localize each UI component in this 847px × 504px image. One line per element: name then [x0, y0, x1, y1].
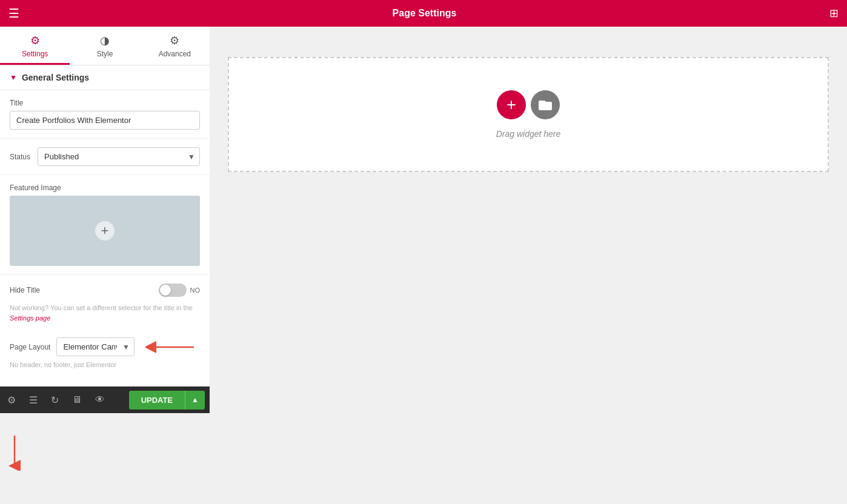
- toggle-no-label: NO: [190, 287, 201, 294]
- settings-toolbar-icon[interactable]: ⚙: [5, 392, 18, 408]
- hide-title-row: Hide Title NO: [0, 275, 210, 300]
- page-layout-label: Page Layout: [10, 343, 50, 351]
- bottom-toolbar: ⚙ ☰ ↻ 🖥 👁 UPDATE ▲: [0, 386, 210, 413]
- sidebar: ⚙ Settings ◑ Style ⚙ Advanced ▼ General …: [0, 27, 210, 386]
- red-arrow-annotation: [145, 340, 200, 354]
- featured-image-label: Featured Image: [10, 184, 200, 192]
- status-label: Status: [10, 153, 30, 161]
- featured-image-box[interactable]: +: [10, 196, 200, 266]
- tabs: ⚙ Settings ◑ Style ⚙ Advanced: [0, 27, 210, 65]
- update-dropdown-button[interactable]: ▲: [185, 391, 205, 409]
- title-input[interactable]: [10, 111, 200, 130]
- helper-text: Not working? You can set a different sel…: [0, 300, 210, 329]
- responsive-toolbar-icon[interactable]: 🖥: [70, 392, 84, 408]
- helper-text-after: .: [50, 314, 52, 322]
- layout-note: No header, no footer, just Elementor: [0, 360, 210, 374]
- status-row: Status Published Draft Private Pending R…: [0, 139, 210, 175]
- grid-icon[interactable]: ⊞: [829, 7, 839, 20]
- settings-page-link[interactable]: Settings page: [10, 314, 50, 322]
- section-title: General Settings: [22, 73, 89, 82]
- canvas-area: + Drag widget here: [210, 27, 847, 504]
- tab-settings[interactable]: ⚙ Settings: [0, 27, 70, 65]
- down-arrow-indicator: [8, 434, 21, 474]
- top-bar: ☰ Page Settings ⊞: [0, 0, 847, 27]
- preview-toolbar-icon[interactable]: 👁: [93, 392, 107, 408]
- helper-text-before: Not working? You can set a different sel…: [10, 304, 193, 311]
- settings-tab-icon: ⚙: [30, 34, 40, 47]
- featured-image-group: Featured Image +: [0, 175, 210, 275]
- main-layout: ⚙ Settings ◑ Style ⚙ Advanced ▼ General …: [0, 27, 847, 504]
- advanced-tab-label: Advanced: [159, 50, 191, 58]
- sidebar-wrapper: ⚙ Settings ◑ Style ⚙ Advanced ▼ General …: [0, 27, 210, 504]
- style-tab-icon: ◑: [100, 34, 110, 47]
- settings-tab-label: Settings: [22, 50, 48, 58]
- toggle-track[interactable]: [159, 284, 187, 297]
- page-layout-select-wrapper: Elementor Canvas Default Full Width ▼: [56, 337, 135, 356]
- update-btn-group: UPDATE ▲: [129, 391, 205, 409]
- toggle-thumb: [160, 285, 171, 296]
- title-field-group: Title: [0, 90, 210, 139]
- sidebar-content: ▼ General Settings Title Status Publishe…: [0, 65, 210, 386]
- style-tab-label: Style: [97, 50, 113, 58]
- advanced-tab-icon: ⚙: [170, 34, 179, 47]
- status-select-wrapper: Published Draft Private Pending Review ▼: [38, 147, 200, 166]
- section-header: ▼ General Settings: [0, 65, 210, 90]
- status-select[interactable]: Published Draft Private Pending Review: [38, 147, 200, 166]
- hide-title-label: Hide Title: [10, 286, 40, 294]
- section-collapse-arrow[interactable]: ▼: [10, 73, 17, 82]
- add-widget-button[interactable]: +: [497, 90, 526, 119]
- page-layout-select[interactable]: Elementor Canvas Default Full Width: [56, 337, 135, 356]
- title-label: Title: [10, 99, 200, 107]
- hide-title-toggle[interactable]: NO: [159, 284, 201, 297]
- page-layout-row: Page Layout Elementor Canvas Default Ful…: [0, 329, 210, 360]
- menu-icon[interactable]: ☰: [8, 6, 19, 21]
- add-image-button[interactable]: +: [95, 221, 115, 240]
- drop-zone: + Drag widget here: [228, 57, 829, 172]
- layers-toolbar-icon[interactable]: ☰: [27, 392, 40, 408]
- tab-style[interactable]: ◑ Style: [70, 27, 139, 65]
- update-button[interactable]: UPDATE: [129, 391, 185, 409]
- page-title: Page Settings: [393, 8, 457, 19]
- history-toolbar-icon[interactable]: ↻: [48, 392, 61, 408]
- drag-widget-text: Drag widget here: [496, 129, 561, 139]
- drop-zone-buttons: +: [497, 90, 560, 119]
- template-button[interactable]: [531, 90, 560, 119]
- tab-advanced[interactable]: ⚙ Advanced: [140, 27, 210, 65]
